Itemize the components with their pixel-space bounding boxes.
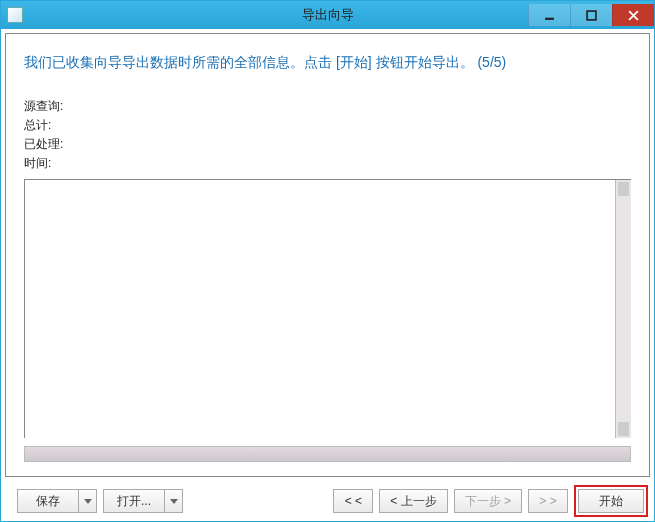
time-label: 时间: — [24, 155, 631, 172]
close-button[interactable] — [612, 4, 654, 26]
start-button[interactable]: 开始 — [578, 489, 644, 513]
prev-button[interactable]: < 上一步 — [379, 489, 447, 513]
maximize-icon — [586, 10, 597, 21]
start-highlight: 开始 — [574, 485, 648, 517]
export-wizard-window: 导出向导 我们已收集向导导出数据时所需的全部信息。点击 [开始] 按钮开始导出。… — [0, 0, 655, 522]
progress-bar — [24, 446, 631, 462]
window-title: 导出向导 — [302, 6, 354, 24]
log-output[interactable] — [24, 179, 631, 438]
vertical-scrollbar[interactable] — [615, 180, 631, 438]
close-icon — [628, 10, 639, 21]
window-controls — [528, 4, 654, 26]
app-icon — [7, 7, 23, 23]
processed-label: 已处理: — [24, 136, 631, 153]
save-button[interactable]: 保存 — [17, 489, 79, 513]
svg-rect-1 — [587, 11, 596, 20]
chevron-down-icon — [170, 499, 178, 504]
source-query-label: 源查询: — [24, 98, 631, 115]
open-dropdown[interactable] — [165, 489, 183, 513]
minimize-button[interactable] — [528, 4, 570, 26]
chevron-down-icon — [84, 499, 92, 504]
total-label: 总计: — [24, 117, 631, 134]
first-button[interactable]: < < — [333, 489, 373, 513]
save-dropdown[interactable] — [79, 489, 97, 513]
maximize-button[interactable] — [570, 4, 612, 26]
save-button-group: 保存 — [17, 489, 97, 513]
footer: 保存 打开... < < < 上一步 下一步 > > > 开始 — [1, 481, 654, 521]
titlebar: 导出向导 — [1, 1, 654, 29]
minimize-icon — [544, 10, 555, 21]
next-button: 下一步 > — [454, 489, 522, 513]
last-button: > > — [528, 489, 568, 513]
content-panel: 我们已收集向导导出数据时所需的全部信息。点击 [开始] 按钮开始导出。 (5/5… — [5, 33, 650, 477]
open-button-group: 打开... — [103, 489, 183, 513]
open-button[interactable]: 打开... — [103, 489, 165, 513]
instruction-text: 我们已收集向导导出数据时所需的全部信息。点击 [开始] 按钮开始导出。 (5/5… — [24, 52, 631, 73]
